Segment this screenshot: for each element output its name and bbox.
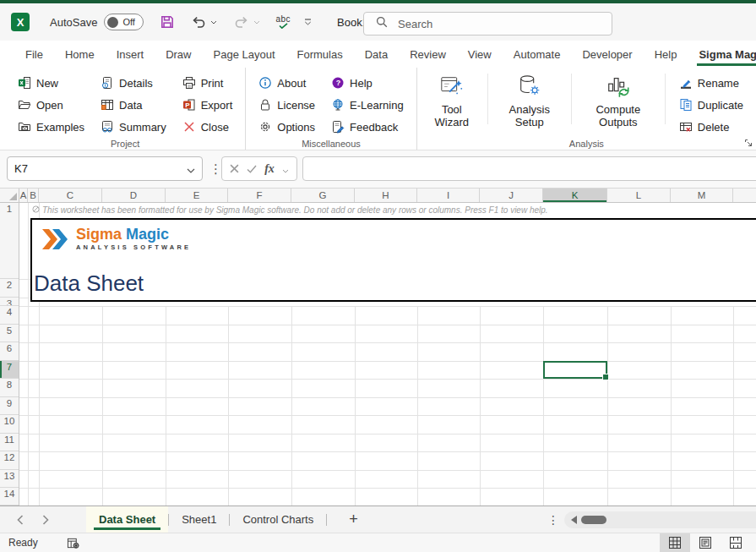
tab-help[interactable]: Help [644,41,688,68]
tab-home[interactable]: Home [54,41,106,68]
quick-access-dropdown-icon[interactable] [304,19,312,25]
enter-check-icon[interactable] [247,161,257,177]
ribbon-data-button[interactable]: Data [98,94,169,116]
normal-view-button[interactable] [660,533,690,552]
save-icon[interactable] [160,14,175,30]
formula-bar-options-icon[interactable]: ⋮ [209,161,222,177]
row-header-10[interactable]: 10 [0,415,19,434]
ribbon-delete-button[interactable]: Delete [677,116,746,138]
row-header-5[interactable]: 5 [0,325,19,343]
name-box-value: K7 [14,162,187,175]
column-header-i[interactable]: I [417,189,480,202]
row-header-13[interactable]: 13 [0,470,19,489]
tab-insert[interactable]: Insert [106,41,155,68]
ribbon-help-button[interactable]: ?Help [329,72,406,94]
column-header-m[interactable]: M [671,189,733,202]
undo-dropdown-icon[interactable] [210,20,217,25]
column-header-b[interactable]: B [28,189,39,202]
page-layout-view-button[interactable] [690,533,721,552]
macro-record-icon[interactable] [67,537,79,549]
tab-sigma-magic[interactable]: Sigma Magic [688,41,756,68]
insert-function-icon[interactable]: fx [264,162,275,176]
tab-bar-options-icon[interactable]: ⋮ [547,512,559,527]
formula-input[interactable] [302,156,756,181]
column-header-g[interactable]: G [291,189,355,202]
next-sheet-icon[interactable] [42,515,49,525]
tab-file[interactable]: File [14,41,54,68]
scroll-left-icon[interactable] [571,516,577,524]
scrollbar-thumb[interactable] [581,516,606,524]
tab-draw[interactable]: Draw [155,41,202,68]
sheet-tab-sheet1[interactable]: Sheet1 [169,506,229,533]
ribbon-duplicate-button[interactable]: Duplicate [677,94,746,116]
fx-dropdown-icon[interactable] [282,161,289,177]
excel-app-icon[interactable]: X [11,13,30,31]
ribbon-examples-button[interactable]: Examples [15,116,87,138]
column-header-d[interactable]: D [102,189,166,202]
column-header-l[interactable]: L [607,189,671,202]
ribbon-license-button[interactable]: License [256,94,318,116]
ribbon-e-learning-button[interactable]: E-Learning [329,94,406,116]
ribbon-details-button[interactable]: Details [98,72,169,94]
tab-view[interactable]: View [457,41,503,68]
worksheet-grid[interactable]: 1234567891011121314 This worksheet has b… [0,203,756,506]
sheet-tab-control-charts[interactable]: Control Charts [230,506,326,533]
ribbon-options-button[interactable]: Options [256,116,318,138]
ribbon-new-button[interactable]: New [15,72,87,94]
horizontal-scrollbar[interactable] [564,511,756,528]
tab-review[interactable]: Review [399,41,457,68]
ribbon-about-button[interactable]: About [256,72,318,94]
autosave-toggle[interactable]: Off [104,14,144,30]
redo-icon[interactable] [234,14,249,30]
ribbon-summary-button[interactable]: Summary [98,116,169,138]
row-header-14[interactable]: 14 [0,488,19,506]
redo-dropdown-icon[interactable] [253,20,260,25]
column-header-a[interactable]: A [19,189,28,202]
row-header-4[interactable]: 4 [0,306,19,325]
select-all-corner[interactable] [0,189,19,202]
search-input[interactable]: Search [363,12,612,36]
add-sheet-button[interactable]: + [342,511,365,528]
tab-automate[interactable]: Automate [503,41,572,68]
column-header-k[interactable]: K [543,189,607,202]
prev-sheet-icon[interactable] [17,515,24,525]
row-header-9[interactable]: 9 [0,397,19,416]
sheet-tab-data-sheet[interactable]: Data Sheet [86,506,168,533]
column-header-j[interactable]: J [480,189,543,202]
ribbon-rename-button[interactable]: Rename [677,72,746,94]
undo-icon[interactable] [191,14,206,30]
row-header-2[interactable]: 2 [0,279,19,298]
tab-formulas[interactable]: Formulas [286,41,354,68]
column-header-e[interactable]: E [166,189,228,202]
worksheet-notice: This worksheet has been formatted for us… [32,205,548,215]
ribbon-close-button[interactable]: Close [180,116,236,138]
row-header-1[interactable]: 1 [0,203,19,279]
options-gear-icon [258,120,272,134]
ribbon-analysis-setup-button[interactable]: Analysis Setup [499,72,560,128]
tab-developer[interactable]: Developer [571,41,643,68]
cancel-icon[interactable] [230,161,239,177]
row-header-7[interactable]: 7 [0,361,19,380]
selected-cell-k7[interactable] [543,361,607,380]
ribbon-export-button[interactable]: PExport [180,94,236,116]
page-break-view-button[interactable] [721,533,751,552]
ribbon-tool-wizard-button[interactable]: Tool Wizard [427,72,476,128]
name-box[interactable]: K7 [7,156,203,181]
tab-page-layout[interactable]: Page Layout [203,41,286,68]
dialog-launcher-icon[interactable] [744,139,753,147]
tab-data[interactable]: Data [354,41,399,68]
ribbon-compute-outputs-button[interactable]: Compute Outputs [583,72,654,128]
ribbon-print-button[interactable]: Print [180,72,236,94]
spelling-check-icon[interactable]: abc [275,15,291,29]
ribbon-feedback-button[interactable]: Feedback [329,116,406,138]
column-header-f[interactable]: F [228,189,291,202]
row-header-12[interactable]: 12 [0,451,19,470]
row-header-11[interactable]: 11 [0,434,19,452]
row-header-3[interactable]: 3 [0,298,19,306]
name-box-dropdown-icon[interactable] [187,161,195,177]
row-header-8[interactable]: 8 [0,379,19,397]
column-header-h[interactable]: H [355,189,417,202]
ribbon-open-button[interactable]: Open [15,94,87,116]
row-header-6[interactable]: 6 [0,342,19,361]
column-header-c[interactable]: C [39,189,102,202]
